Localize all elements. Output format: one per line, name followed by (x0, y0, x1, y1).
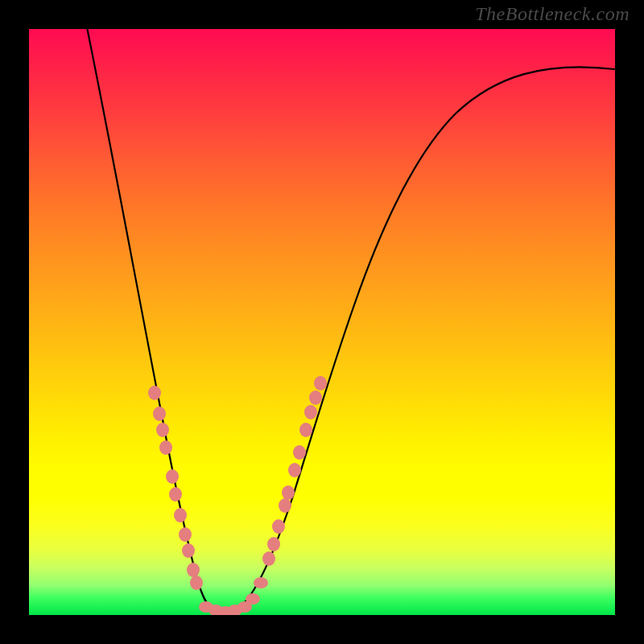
data-marker (279, 498, 291, 513)
data-marker (288, 463, 301, 477)
chart-svg (29, 29, 615, 615)
data-marker (156, 423, 169, 437)
data-marker (267, 537, 280, 551)
watermark-text: TheBottleneck.com (475, 3, 630, 25)
data-marker (179, 527, 192, 542)
data-marker (293, 445, 306, 460)
data-marker (262, 551, 275, 566)
data-marker (174, 508, 187, 522)
data-marker (299, 423, 312, 437)
data-marker (304, 405, 317, 419)
data-marker (246, 593, 260, 605)
chart-plot-area (29, 29, 615, 615)
data-marker (309, 390, 322, 405)
valley-markers-group (199, 577, 268, 615)
data-marker (282, 485, 295, 500)
data-marker (182, 543, 195, 558)
data-marker (190, 576, 203, 590)
data-marker (272, 519, 285, 534)
data-marker (153, 407, 166, 421)
bottleneck-curve (77, 29, 615, 613)
data-marker (169, 487, 182, 502)
data-marker (166, 469, 179, 484)
data-marker (187, 563, 200, 577)
right-markers-group (262, 376, 327, 566)
left-markers-group (148, 386, 203, 590)
data-marker (159, 440, 172, 455)
data-marker (314, 376, 327, 390)
data-marker (148, 386, 161, 400)
data-marker (254, 577, 268, 588)
